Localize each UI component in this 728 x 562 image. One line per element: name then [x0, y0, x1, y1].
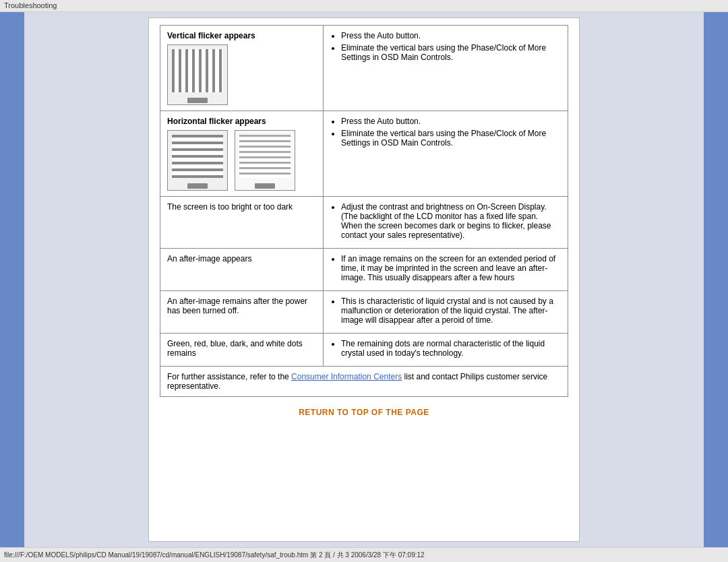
monitor-stand: [187, 98, 208, 103]
problem-title: Horizontal flicker appears: [167, 117, 316, 126]
monitor-image-hbars-2: [235, 130, 295, 191]
solution-list: The remaining dots are normal characteri…: [341, 339, 561, 358]
return-to-top: RETURN TO TOP OF THE PAGE: [160, 397, 568, 423]
main-layout: Vertical flicker appears Press the Auto …: [0, 12, 728, 547]
table-row: Vertical flicker appears Press the Auto …: [160, 26, 568, 111]
further-text-before: For further assistance, refer to the: [167, 372, 291, 381]
screen-area: [172, 135, 223, 178]
trouble-table: Vertical flicker appears Press the Auto …: [160, 25, 568, 397]
problem-title: The screen is too bright or too dark: [167, 202, 293, 212]
table-row: An after-image appears If an image remai…: [160, 249, 568, 291]
solution-list: Press the Auto button. Eliminate the ver…: [341, 117, 561, 148]
consumer-info-link[interactable]: Consumer Information Centers: [291, 372, 402, 381]
solution-cell: If an image remains on the screen for an…: [324, 249, 568, 291]
solution-item: The remaining dots are normal characteri…: [341, 339, 561, 358]
solution-item: If an image remains on the screen for an…: [341, 254, 561, 282]
table-row: Green, red, blue, dark, and white dots r…: [160, 334, 568, 367]
table-row: An after-image remains after the power h…: [160, 291, 568, 334]
solution-item: Eliminate the vertical bars using the Ph…: [341, 129, 561, 148]
footer-text: file:///F:/OEM MODELS/philips/CD Manual/…: [4, 551, 425, 559]
problem-title: Green, red, blue, dark, and white dots r…: [167, 339, 303, 358]
problem-cell: Horizontal flicker appears: [160, 111, 324, 197]
table-row-further: For further assistance, refer to the Con…: [160, 367, 568, 397]
monitor-stand: [187, 183, 208, 189]
solution-item: Eliminate the vertical bars using the Ph…: [341, 43, 561, 62]
table-row: Horizontal flicker appears: [160, 111, 568, 197]
screen-area: [172, 49, 223, 92]
solution-cell: Press the Auto button. Eliminate the ver…: [324, 26, 568, 111]
solution-item: Press the Auto button.: [341, 117, 561, 126]
monitor-container: [167, 44, 316, 105]
further-cell: For further assistance, refer to the Con…: [160, 367, 568, 397]
content-page: Vertical flicker appears Press the Auto …: [148, 18, 580, 542]
problem-cell: Vertical flicker appears: [160, 26, 324, 111]
solution-item: Adjust the contrast and brightness on On…: [341, 202, 561, 240]
solution-list: Adjust the contrast and brightness on On…: [341, 202, 561, 240]
problem-title: An after-image appears: [167, 254, 251, 263]
solution-cell: Adjust the contrast and brightness on On…: [324, 197, 568, 249]
problem-cell: Green, red, blue, dark, and white dots r…: [160, 334, 324, 367]
solution-list: Press the Auto button. Eliminate the ver…: [341, 31, 561, 62]
solution-cell: The remaining dots are normal characteri…: [324, 334, 568, 367]
center-area: Vertical flicker appears Press the Auto …: [24, 12, 704, 547]
monitor-stand: [255, 183, 275, 189]
solution-cell: Press the Auto button. Eliminate the ver…: [324, 111, 568, 197]
solution-list: This is characteristic of liquid crystal…: [341, 296, 561, 325]
top-bar: Troubleshooting: [0, 0, 728, 12]
footer-bar: file:///F:/OEM MODELS/philips/CD Manual/…: [0, 547, 728, 562]
problem-cell: The screen is too bright or too dark: [160, 197, 324, 249]
solution-item: Press the Auto button.: [341, 31, 561, 40]
top-bar-label: Troubleshooting: [4, 1, 57, 9]
return-to-top-link[interactable]: RETURN TO TOP OF THE PAGE: [299, 408, 429, 417]
problem-title: Vertical flicker appears: [167, 31, 316, 40]
left-sidebar: [0, 12, 24, 547]
solution-item: This is characteristic of liquid crystal…: [341, 296, 561, 325]
monitor-image-hbars-1: [167, 130, 228, 191]
screen-area: [239, 135, 291, 178]
solution-cell: This is characteristic of liquid crystal…: [324, 291, 568, 334]
right-sidebar: [704, 12, 728, 547]
problem-title: An after-image remains after the power h…: [167, 296, 307, 315]
problem-cell: An after-image appears: [160, 249, 324, 291]
solution-list: If an image remains on the screen for an…: [341, 254, 561, 282]
problem-cell: An after-image remains after the power h…: [160, 291, 324, 334]
table-row: The screen is too bright or too dark Adj…: [160, 197, 568, 249]
monitor-image-vbars: [167, 44, 228, 105]
monitor-container: [167, 130, 316, 191]
